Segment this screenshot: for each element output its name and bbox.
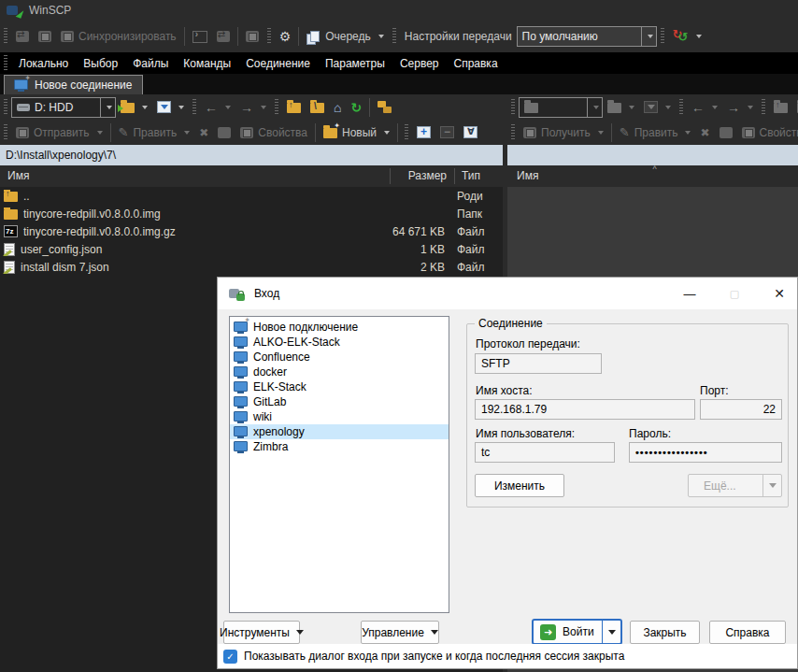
parent-directory-button[interactable] [282,95,306,120]
maximize-button[interactable]: ▢ [719,282,750,305]
login-dropdown[interactable] [602,621,620,643]
minimize-button[interactable]: — [674,282,705,305]
menu-local[interactable]: Локально [11,57,76,70]
toolbar-grip[interactable] [4,99,7,116]
file-row[interactable]: tinycore-redpill.v0.8.0.0.img Папк [0,205,503,222]
combobox-arrow[interactable] [100,98,115,117]
refresh-button[interactable]: ↻ [346,95,366,120]
remote-directory-combobox[interactable] [519,97,603,118]
filter-button[interactable] [152,95,189,120]
toolbar-grip[interactable] [267,28,271,45]
parent-directory-button[interactable] [769,95,792,120]
manage-button[interactable]: Управление [361,621,439,644]
file-row[interactable]: install dism 7.json 2 KB Файл [0,258,503,276]
rename-button[interactable] [715,121,737,145]
delete-button[interactable]: ✖ [695,121,714,145]
toolbar-grip[interactable] [4,28,7,45]
site-item-selected[interactable]: xpenology [230,424,449,439]
properties-button[interactable]: Свойства [235,121,312,145]
menu-options[interactable]: Параметры [318,57,392,70]
tools-button[interactable]: Инструменты [223,621,300,644]
edit-session-button[interactable]: Изменить [475,474,564,497]
swap-panels-button[interactable] [11,24,34,49]
toolbar-grip[interactable] [511,99,515,116]
protocol-select[interactable]: SFTP [475,353,602,374]
advanced-dropdown[interactable] [762,475,781,496]
root-directory-button[interactable] [306,95,329,120]
toolbar-grip[interactable] [511,124,515,141]
host-input[interactable]: 192.168.1.79 [475,399,695,420]
download-button[interactable]: Получить [519,121,608,145]
back-button[interactable]: ← [200,95,235,120]
open-console-button[interactable] [188,24,212,49]
forward-button[interactable]: → [722,95,758,120]
remote-path-bar[interactable] [507,145,798,165]
column-name[interactable]: Имя [7,169,29,182]
show-login-dialog-checkbox[interactable]: ✓ [223,650,237,664]
invert-selection-button[interactable] [459,121,482,145]
toolbar-grip[interactable] [4,124,7,141]
toolbar-grip[interactable] [762,99,765,116]
back-button[interactable]: ← [687,95,722,120]
local-path-bar[interactable]: D:\Install\xpenology\7\ [0,145,503,165]
follow-link-button[interactable] [373,95,398,120]
close-button[interactable]: Закрыть [630,621,700,644]
transfer-button[interactable] [212,24,235,49]
transfer-preset-combobox[interactable]: По умолчанию [517,26,657,47]
close-icon[interactable]: ✕ [763,282,795,305]
site-item-new-connection[interactable]: Новое подключение [230,320,449,335]
site-item[interactable]: ALKO-ELK-Stack [230,335,449,350]
menu-session[interactable]: Соединение [238,57,318,70]
password-input[interactable]: •••••••••••••••• [629,442,782,463]
toolbar-grip[interactable] [661,28,664,45]
unselect-files-button[interactable] [435,121,459,145]
refresh-session-button[interactable] [241,24,264,49]
file-row[interactable]: tinycore-redpill.v0.8.0.0.img.gz 64 671 … [0,222,503,240]
edit-button[interactable]: ✎Править [114,121,195,145]
menu-help[interactable]: Справка [446,57,505,70]
column-name[interactable]: Имя [517,169,538,182]
tab-new-session[interactable]: Новое соединение [4,75,143,94]
port-input[interactable]: 22 [700,399,782,420]
menubar-grip[interactable] [4,55,7,72]
help-button[interactable]: Справка [709,621,786,644]
synchronize-button[interactable]: Синхронизировать [56,24,181,49]
rename-button[interactable] [213,121,235,145]
open-directory-button[interactable] [116,95,152,120]
edit-button[interactable]: ✎Править [615,121,696,145]
properties-button[interactable]: Свойства [737,121,798,145]
select-files-button[interactable] [412,121,435,145]
login-button[interactable]: ➜ Войти [532,619,622,645]
advanced-button[interactable]: Ещё... [688,474,782,497]
site-list[interactable]: Новое подключение ALKO-ELK-Stack Conflue… [229,316,449,613]
toolbar-grip[interactable] [392,28,396,45]
menu-commands[interactable]: Команды [176,57,238,70]
toolbar-grip[interactable] [275,99,278,116]
site-item[interactable]: docker [230,365,449,379]
site-item[interactable]: Zimbra [230,439,449,454]
menu-mark[interactable]: Выбор [76,57,125,70]
upload-button[interactable]: Отправить [11,121,107,145]
filter-button[interactable] [639,95,676,120]
toolbar-grip[interactable] [405,124,408,141]
combobox-arrow[interactable] [641,27,656,46]
preferences-button[interactable]: ⚙ [275,24,296,49]
site-item[interactable]: ELK-Stack [230,379,449,394]
site-item[interactable]: GitLab [230,394,449,409]
transfer-mode-button[interactable] [668,24,706,49]
column-type[interactable]: Тип [462,169,480,182]
dialog-title-bar[interactable]: Вход [218,278,797,309]
delete-button[interactable]: ✖ [194,121,213,145]
queue-button[interactable]: Очередь [302,24,389,49]
root-directory-button[interactable] [792,95,798,120]
file-row[interactable]: user_config.json 1 KB Файл [0,240,503,258]
site-item[interactable]: Confluence [230,350,449,365]
new-button[interactable]: Новый [319,121,394,145]
menu-files[interactable]: Файлы [125,57,176,70]
site-item[interactable]: wiki [230,409,449,424]
home-directory-button[interactable]: ⌂ [329,95,346,120]
sync-browsing-button[interactable] [34,24,56,49]
open-directory-button[interactable] [603,95,639,120]
forward-button[interactable]: → [235,95,271,120]
combobox-arrow[interactable] [587,98,602,117]
